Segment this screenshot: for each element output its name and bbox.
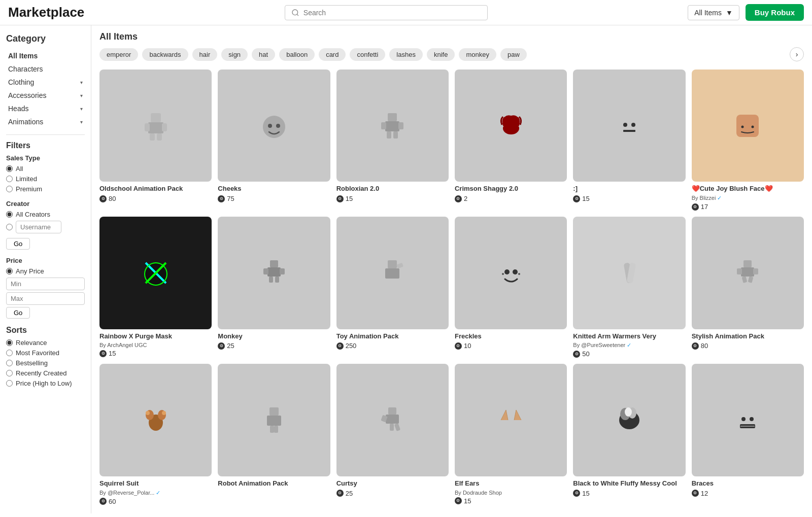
sidebar-item-accessories[interactable]: Accessories▾ — [6, 89, 85, 102]
search-wrap — [90, 5, 682, 20]
tag-hair[interactable]: hair — [192, 48, 218, 61]
item-price: ⊙ 25 — [336, 490, 449, 497]
item-card-toy-animation-pack[interactable]: Toy Animation Pack ⊙ 250 — [336, 217, 449, 358]
item-card-robot-animation-pack[interactable]: Robot Animation Pack — [218, 364, 330, 505]
sidebar-item-clothing[interactable]: Clothing▾ — [6, 76, 85, 89]
item-card-braces[interactable]: Braces ⊙ 12 — [692, 364, 804, 505]
item-card-knitted-arm-warmers[interactable]: Knitted Arm Warmers Very By @PureSweeten… — [573, 217, 685, 358]
item-card-crimson-shaggy[interactable]: Crimson Shaggy 2.0 ⊙ 2 — [455, 70, 567, 211]
price-max-input[interactable] — [6, 292, 85, 305]
svg-rect-12 — [385, 121, 399, 131]
item-card-cute-joy-blush[interactable]: ❤️Cute Joy Blush Face❤️ By Blizzei ✓ ⊙ 1… — [692, 70, 804, 211]
item-card-robloxian-2[interactable]: Robloxian 2.0 ⊙ 15 — [336, 70, 449, 211]
robux-icon: ⊙ — [455, 497, 462, 504]
item-card-squirrel-suit[interactable]: Squirrel Suit By @Reverse_Polar... ✓ ⊙ 6… — [99, 364, 212, 505]
svg-rect-56 — [270, 426, 274, 433]
sales-type-title: Sales Type — [6, 154, 85, 162]
sidebar-item-characters[interactable]: Characters — [6, 62, 85, 76]
all-creators-option[interactable]: All Creators — [6, 211, 85, 218]
sidebar-item-label: Characters — [8, 65, 43, 73]
tag-card[interactable]: card — [319, 48, 346, 61]
item-card-oldschool-animation-pack[interactable]: Oldschool Animation Pack ⊙ 80 — [99, 70, 212, 211]
sidebar-item-label: All Items — [8, 52, 38, 60]
sidebar-item-heads[interactable]: Heads▾ — [6, 102, 85, 115]
tag-lashes[interactable]: lashes — [389, 48, 423, 61]
sales-type-limited[interactable]: Limited — [6, 175, 85, 183]
svg-rect-21 — [736, 115, 759, 137]
sidebar-item-animations[interactable]: Animations▾ — [6, 115, 85, 128]
svg-rect-62 — [394, 423, 400, 431]
svg-point-39 — [502, 273, 504, 275]
item-thumbnail — [218, 364, 330, 476]
sort-bestselling[interactable]: Bestselling — [6, 359, 85, 367]
svg-rect-35 — [385, 268, 399, 279]
any-price-option[interactable]: Any Price — [6, 267, 85, 275]
tag-knife[interactable]: knife — [427, 48, 455, 61]
sidebar-nav: All ItemsCharactersClothing▾Accessories▾… — [6, 49, 85, 128]
item-card-cheeks[interactable]: Cheeks ⊙ 75 — [218, 70, 330, 211]
sales-type-label: Limited — [16, 175, 37, 183]
all-items-dropdown[interactable]: All Items ▼ — [688, 5, 739, 20]
svg-rect-43 — [743, 260, 752, 267]
username-input[interactable] — [16, 221, 61, 233]
svg-point-19 — [631, 123, 635, 127]
robux-icon: ⊙ — [692, 342, 699, 350]
tag-emperor[interactable]: emperor — [99, 48, 138, 61]
item-card-elf-ears[interactable]: Elf Ears By Dodraude Shop ⊙ 15 — [455, 364, 567, 505]
username-option[interactable] — [6, 221, 85, 233]
sidebar-item-label: Accessories — [8, 91, 46, 99]
svg-point-37 — [504, 269, 510, 274]
item-card-freckles[interactable]: Freckles ⊙ 10 — [455, 217, 567, 358]
search-icon — [291, 9, 299, 17]
item-card-monkey[interactable]: Monkey ⊙ 25 — [218, 217, 330, 358]
item-card-smile-face[interactable]: :] ⊙ 15 — [573, 70, 685, 211]
svg-rect-44 — [741, 267, 754, 277]
tag-backwards[interactable]: backwards — [142, 48, 188, 61]
main-content: All Items emperorbackwardshairsignhatbal… — [91, 25, 812, 513]
sort-price-high-low[interactable]: Price (High to Low) — [6, 380, 85, 387]
buy-robux-button[interactable]: Buy Robux — [746, 4, 804, 21]
svg-rect-6 — [150, 133, 155, 141]
sidebar-item-all-items[interactable]: All Items — [6, 49, 85, 62]
item-thumbnail — [455, 364, 567, 476]
tag-confetti[interactable]: confetti — [350, 48, 385, 61]
sales-type-premium[interactable]: Premium — [6, 185, 85, 193]
tags-next-arrow[interactable]: › — [790, 47, 804, 61]
item-card-curtsy[interactable]: Curtsy ⊙ 25 — [336, 364, 449, 505]
svg-point-9 — [268, 124, 272, 128]
search-input[interactable] — [303, 9, 481, 17]
robux-icon: ⊙ — [99, 498, 107, 505]
tag-monkey[interactable]: monkey — [459, 48, 496, 61]
svg-rect-36 — [396, 263, 403, 269]
item-thumbnail — [455, 70, 567, 182]
item-name: Robot Animation Pack — [218, 479, 330, 488]
creator-go-button[interactable]: Go — [6, 238, 30, 250]
tag-balloon[interactable]: balloon — [279, 48, 315, 61]
sidebar-divider — [6, 134, 85, 135]
sort-recently-created[interactable]: Recently Created — [6, 369, 85, 377]
item-creator: By @Reverse_Polar... ✓ — [99, 490, 212, 496]
item-thumbnail — [336, 217, 449, 329]
item-thumbnail — [573, 217, 685, 329]
sales-type-all[interactable]: All — [6, 165, 85, 173]
sort-most-favorited[interactable]: Most Favorited — [6, 349, 85, 357]
chevron-icon: ▾ — [80, 93, 83, 98]
svg-rect-33 — [275, 277, 279, 283]
tag-paw[interactable]: paw — [500, 48, 527, 61]
item-card-rainbow-x-purge[interactable]: Rainbow X Purge Mask By ArchAngel UGC ⊙ … — [99, 217, 212, 358]
price-go-button[interactable]: Go — [6, 307, 30, 319]
item-card-black-to-white-fluffy[interactable]: Black to White Fluffy Messy Cool ⊙ 15 — [573, 364, 685, 505]
svg-rect-31 — [280, 268, 285, 274]
sales-type-options: All Limited Premium — [6, 165, 85, 193]
sort-relevance[interactable]: Relevance — [6, 339, 85, 347]
header: Marketplace All Items ▼ Buy Robux — [0, 0, 812, 25]
tag-hat[interactable]: hat — [252, 48, 275, 61]
sidebar-item-label: Heads — [8, 105, 28, 113]
tag-sign[interactable]: sign — [221, 48, 248, 61]
verified-badge: ✓ — [717, 195, 722, 201]
svg-rect-34 — [388, 260, 397, 268]
item-price: ⊙ 60 — [99, 498, 212, 505]
item-card-stylish-animation-pack[interactable]: Stylish Animation Pack ⊙ 80 — [692, 217, 804, 358]
price-min-input[interactable] — [6, 278, 85, 290]
item-price: ⊙ 15 — [455, 497, 567, 505]
